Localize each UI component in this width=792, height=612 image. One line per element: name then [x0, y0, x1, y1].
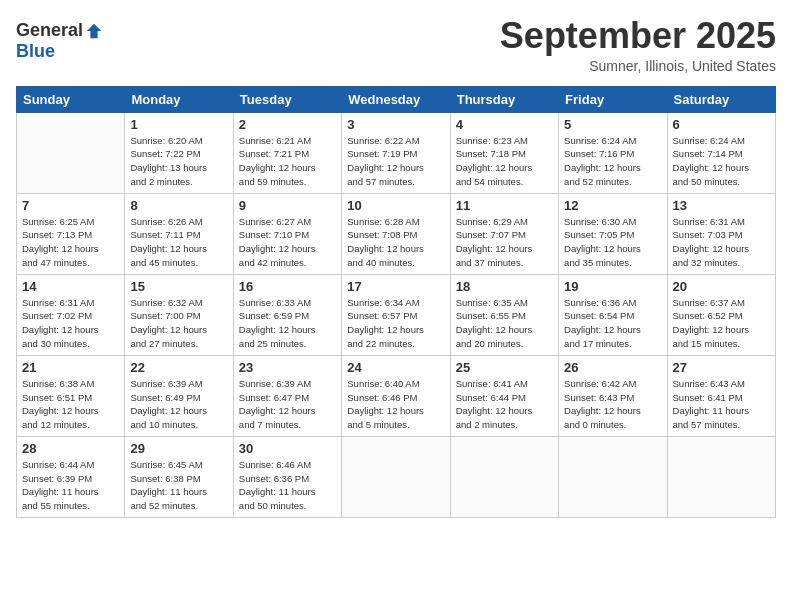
logo-blue-text: Blue	[16, 41, 55, 62]
calendar-cell: 25Sunrise: 6:41 AMSunset: 6:44 PMDayligh…	[450, 355, 558, 436]
day-info: Sunrise: 6:40 AMSunset: 6:46 PMDaylight:…	[347, 377, 444, 432]
calendar-cell: 3Sunrise: 6:22 AMSunset: 7:19 PMDaylight…	[342, 112, 450, 193]
day-number: 20	[673, 279, 770, 294]
calendar-cell: 9Sunrise: 6:27 AMSunset: 7:10 PMDaylight…	[233, 193, 341, 274]
calendar-cell: 4Sunrise: 6:23 AMSunset: 7:18 PMDaylight…	[450, 112, 558, 193]
day-number: 1	[130, 117, 227, 132]
day-number: 7	[22, 198, 119, 213]
day-number: 16	[239, 279, 336, 294]
day-number: 17	[347, 279, 444, 294]
day-info: Sunrise: 6:27 AMSunset: 7:10 PMDaylight:…	[239, 215, 336, 270]
day-number: 18	[456, 279, 553, 294]
calendar-cell: 22Sunrise: 6:39 AMSunset: 6:49 PMDayligh…	[125, 355, 233, 436]
day-number: 6	[673, 117, 770, 132]
day-info: Sunrise: 6:45 AMSunset: 6:38 PMDaylight:…	[130, 458, 227, 513]
day-info: Sunrise: 6:41 AMSunset: 6:44 PMDaylight:…	[456, 377, 553, 432]
day-info: Sunrise: 6:37 AMSunset: 6:52 PMDaylight:…	[673, 296, 770, 351]
day-info: Sunrise: 6:44 AMSunset: 6:39 PMDaylight:…	[22, 458, 119, 513]
weekday-header-thursday: Thursday	[450, 86, 558, 112]
day-info: Sunrise: 6:46 AMSunset: 6:36 PMDaylight:…	[239, 458, 336, 513]
day-info: Sunrise: 6:36 AMSunset: 6:54 PMDaylight:…	[564, 296, 661, 351]
calendar-cell	[559, 436, 667, 517]
day-number: 22	[130, 360, 227, 375]
day-info: Sunrise: 6:23 AMSunset: 7:18 PMDaylight:…	[456, 134, 553, 189]
day-number: 29	[130, 441, 227, 456]
day-number: 27	[673, 360, 770, 375]
day-number: 3	[347, 117, 444, 132]
day-info: Sunrise: 6:25 AMSunset: 7:13 PMDaylight:…	[22, 215, 119, 270]
calendar-cell: 27Sunrise: 6:43 AMSunset: 6:41 PMDayligh…	[667, 355, 775, 436]
weekday-header-tuesday: Tuesday	[233, 86, 341, 112]
day-number: 12	[564, 198, 661, 213]
calendar-cell: 10Sunrise: 6:28 AMSunset: 7:08 PMDayligh…	[342, 193, 450, 274]
day-info: Sunrise: 6:38 AMSunset: 6:51 PMDaylight:…	[22, 377, 119, 432]
day-number: 19	[564, 279, 661, 294]
calendar-cell: 8Sunrise: 6:26 AMSunset: 7:11 PMDaylight…	[125, 193, 233, 274]
calendar-week-row: 1Sunrise: 6:20 AMSunset: 7:22 PMDaylight…	[17, 112, 776, 193]
calendar-cell: 15Sunrise: 6:32 AMSunset: 7:00 PMDayligh…	[125, 274, 233, 355]
day-info: Sunrise: 6:39 AMSunset: 6:47 PMDaylight:…	[239, 377, 336, 432]
calendar-week-row: 21Sunrise: 6:38 AMSunset: 6:51 PMDayligh…	[17, 355, 776, 436]
calendar-cell: 13Sunrise: 6:31 AMSunset: 7:03 PMDayligh…	[667, 193, 775, 274]
weekday-header-friday: Friday	[559, 86, 667, 112]
calendar-table: SundayMondayTuesdayWednesdayThursdayFrid…	[16, 86, 776, 518]
title-block: September 2025 Sumner, Illinois, United …	[500, 16, 776, 74]
day-number: 21	[22, 360, 119, 375]
calendar-cell: 18Sunrise: 6:35 AMSunset: 6:55 PMDayligh…	[450, 274, 558, 355]
day-number: 15	[130, 279, 227, 294]
calendar-cell: 6Sunrise: 6:24 AMSunset: 7:14 PMDaylight…	[667, 112, 775, 193]
calendar-cell	[17, 112, 125, 193]
day-number: 14	[22, 279, 119, 294]
calendar-cell: 24Sunrise: 6:40 AMSunset: 6:46 PMDayligh…	[342, 355, 450, 436]
day-number: 13	[673, 198, 770, 213]
weekday-header-saturday: Saturday	[667, 86, 775, 112]
day-number: 9	[239, 198, 336, 213]
calendar-cell: 21Sunrise: 6:38 AMSunset: 6:51 PMDayligh…	[17, 355, 125, 436]
day-info: Sunrise: 6:20 AMSunset: 7:22 PMDaylight:…	[130, 134, 227, 189]
calendar-cell: 30Sunrise: 6:46 AMSunset: 6:36 PMDayligh…	[233, 436, 341, 517]
calendar-cell: 17Sunrise: 6:34 AMSunset: 6:57 PMDayligh…	[342, 274, 450, 355]
calendar-week-row: 7Sunrise: 6:25 AMSunset: 7:13 PMDaylight…	[17, 193, 776, 274]
month-title: September 2025	[500, 16, 776, 56]
day-number: 24	[347, 360, 444, 375]
day-info: Sunrise: 6:33 AMSunset: 6:59 PMDaylight:…	[239, 296, 336, 351]
day-number: 26	[564, 360, 661, 375]
calendar-cell: 16Sunrise: 6:33 AMSunset: 6:59 PMDayligh…	[233, 274, 341, 355]
day-info: Sunrise: 6:21 AMSunset: 7:21 PMDaylight:…	[239, 134, 336, 189]
day-info: Sunrise: 6:30 AMSunset: 7:05 PMDaylight:…	[564, 215, 661, 270]
day-info: Sunrise: 6:42 AMSunset: 6:43 PMDaylight:…	[564, 377, 661, 432]
logo-general-text: General	[16, 20, 83, 41]
weekday-header-row: SundayMondayTuesdayWednesdayThursdayFrid…	[17, 86, 776, 112]
calendar-cell: 28Sunrise: 6:44 AMSunset: 6:39 PMDayligh…	[17, 436, 125, 517]
day-number: 8	[130, 198, 227, 213]
weekday-header-monday: Monday	[125, 86, 233, 112]
logo-icon	[85, 22, 103, 40]
day-info: Sunrise: 6:34 AMSunset: 6:57 PMDaylight:…	[347, 296, 444, 351]
calendar-week-row: 14Sunrise: 6:31 AMSunset: 7:02 PMDayligh…	[17, 274, 776, 355]
calendar-cell: 29Sunrise: 6:45 AMSunset: 6:38 PMDayligh…	[125, 436, 233, 517]
calendar-cell: 11Sunrise: 6:29 AMSunset: 7:07 PMDayligh…	[450, 193, 558, 274]
day-info: Sunrise: 6:22 AMSunset: 7:19 PMDaylight:…	[347, 134, 444, 189]
calendar-cell: 12Sunrise: 6:30 AMSunset: 7:05 PMDayligh…	[559, 193, 667, 274]
calendar-cell: 23Sunrise: 6:39 AMSunset: 6:47 PMDayligh…	[233, 355, 341, 436]
calendar-cell: 5Sunrise: 6:24 AMSunset: 7:16 PMDaylight…	[559, 112, 667, 193]
location-subtitle: Sumner, Illinois, United States	[500, 58, 776, 74]
day-info: Sunrise: 6:29 AMSunset: 7:07 PMDaylight:…	[456, 215, 553, 270]
day-info: Sunrise: 6:43 AMSunset: 6:41 PMDaylight:…	[673, 377, 770, 432]
calendar-cell	[667, 436, 775, 517]
calendar-week-row: 28Sunrise: 6:44 AMSunset: 6:39 PMDayligh…	[17, 436, 776, 517]
svg-marker-0	[87, 23, 101, 37]
day-number: 10	[347, 198, 444, 213]
page-header: General Blue September 2025 Sumner, Illi…	[16, 16, 776, 74]
day-info: Sunrise: 6:24 AMSunset: 7:16 PMDaylight:…	[564, 134, 661, 189]
day-number: 5	[564, 117, 661, 132]
calendar-cell	[450, 436, 558, 517]
day-info: Sunrise: 6:31 AMSunset: 7:02 PMDaylight:…	[22, 296, 119, 351]
day-info: Sunrise: 6:24 AMSunset: 7:14 PMDaylight:…	[673, 134, 770, 189]
day-number: 30	[239, 441, 336, 456]
day-info: Sunrise: 6:32 AMSunset: 7:00 PMDaylight:…	[130, 296, 227, 351]
calendar-cell: 14Sunrise: 6:31 AMSunset: 7:02 PMDayligh…	[17, 274, 125, 355]
calendar-cell: 2Sunrise: 6:21 AMSunset: 7:21 PMDaylight…	[233, 112, 341, 193]
calendar-cell: 7Sunrise: 6:25 AMSunset: 7:13 PMDaylight…	[17, 193, 125, 274]
day-number: 11	[456, 198, 553, 213]
